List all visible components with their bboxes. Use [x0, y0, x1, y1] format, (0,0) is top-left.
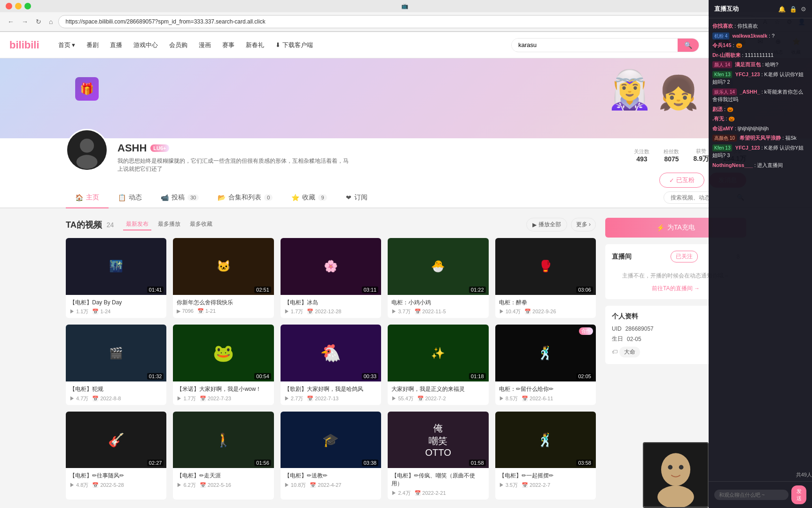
chat-username-3: Dr-山雨欲来	[712, 52, 741, 58]
video-card-12[interactable]: 🚶 01:56 【电柜】✏走天涯 ▶ 6.2万 📅 2022-5-16	[173, 412, 273, 500]
svg-point-4	[80, 139, 94, 153]
video-meta-12: ▶ 6.2万 📅 2022-5-16	[177, 482, 270, 489]
sort-latest[interactable]: 最新发布	[123, 219, 151, 230]
tab-favorites[interactable]: ⭐ 收藏 9	[282, 188, 336, 208]
live-room-link[interactable]: 前往TA的直播间 →	[652, 285, 700, 292]
video-thumb-12: 🚶 01:56	[173, 412, 273, 468]
gift-box-icon: 🎁	[75, 77, 99, 101]
live-link-text: 前往TA的直播间	[652, 285, 692, 292]
follow-label-text: 已互粉	[676, 176, 695, 184]
profile-bio: 我的思想始终是模糊朦胧的，它们汇成一些含混的但很有质感的形体，互相杂糅地活着着，…	[117, 157, 352, 173]
site-header: bilibili 首页 ▾ 番剧 直播 游戏中心 会员购 漫画 赛事 新春礼 ⬇…	[0, 32, 812, 58]
live-follow-button[interactable]: 已关注	[671, 251, 698, 262]
tab-collections[interactable]: 📂 合集和列表 0	[208, 188, 282, 208]
search-bar: 🔍	[511, 38, 699, 52]
follow-value: 493	[636, 155, 647, 163]
video-title-10: 电柜：✏留什么给你✏	[499, 385, 592, 393]
video-info-12: 【电柜】✏走天涯 ▶ 6.2万 📅 2022-5-16	[173, 468, 273, 492]
sort-favorites[interactable]: 最多收藏	[187, 219, 215, 230]
browser-forward-btn[interactable]: →	[20, 17, 30, 26]
date-15: 📅 2022-2-7	[522, 482, 550, 488]
video-duration-13: 03:38	[362, 460, 379, 466]
tab-subscribe[interactable]: ❤ 订阅	[336, 188, 377, 208]
nav-esports[interactable]: 赛事	[218, 38, 239, 52]
birthday-value: 02-05	[627, 336, 641, 342]
video-info-5: 电柜：醉拳 ▶ 10.4万 📅 2022-9-26	[495, 295, 596, 318]
nav-home[interactable]: 首页 ▾	[54, 38, 80, 52]
nav-game[interactable]: 游戏中心	[129, 38, 163, 52]
chat-text-2: : 🎃	[733, 42, 742, 48]
chat-text-4: : 哈哟?	[762, 62, 778, 67]
chat-msg-11: Kfen 13 YFCJ_123 : K老师 认识你Y姐姐吗? 3	[712, 144, 808, 159]
browser-back-btn[interactable]: ←	[6, 17, 16, 26]
search-button[interactable]: 🔍	[678, 39, 699, 52]
video-title-3: 【电柜】冰岛	[284, 299, 377, 307]
chat-send-button[interactable]: 发送	[791, 485, 806, 504]
video-card-1[interactable]: 🌃 01:41 【电柜】Day By Day ▶ 1.1万 📅 1-24	[66, 238, 166, 318]
chat-msg-4: 颜人 14 满足而豆包 : 哈哟?	[712, 61, 808, 69]
nav-manga[interactable]: 漫画	[194, 38, 216, 52]
tab-home[interactable]: 🏠 主页	[66, 188, 109, 208]
streamer-face	[644, 443, 708, 507]
sort-views[interactable]: 最多播放	[155, 219, 183, 230]
search-input[interactable]	[512, 39, 678, 51]
likes-label: 获赞	[696, 148, 706, 155]
stat-fans: 粉丝数 8075	[664, 148, 679, 163]
browser-home-btn[interactable]: ⌂	[47, 17, 55, 26]
live-lock-icon[interactable]: 🔒	[789, 6, 797, 13]
browser-close-btn[interactable]	[6, 3, 12, 9]
video-title-7: 【米诺】大家好啊，我是小wow！	[177, 385, 270, 393]
video-card-14[interactable]: 俺嘲笑OTTO 01:58 【电柜】✏传疯、嘲笑（原曲不使用） ▶ 2.4万 📅…	[388, 412, 488, 500]
nav-download[interactable]: ⬇ 下载客户端	[271, 38, 318, 52]
browser-url-input[interactable]	[58, 15, 757, 28]
follow-button[interactable]: ✓ 已互粉	[659, 173, 704, 188]
video-thumb-7: 🐸 00:54	[173, 325, 273, 381]
video-thumb-3: 🌸 03:11	[281, 238, 381, 295]
video-card-5[interactable]: 🥊 03:06 电柜：醉拳 ▶ 10.4万 📅 2022-9-26	[495, 238, 596, 318]
browser-refresh-btn[interactable]: ↻	[34, 17, 43, 26]
chat-badge-6: 娱乐人 14	[712, 88, 737, 95]
browser-min-btn[interactable]	[15, 3, 22, 9]
site-logo[interactable]: bilibili	[9, 39, 39, 51]
video-card-6[interactable]: 🎬 01:32 【电柜】犯规 ▶ 4.7万 📅 2022-8-8	[66, 325, 166, 405]
video-card-3[interactable]: 🌸 03:11 【电柜】冰岛 ▶ 1.7万 📅 2022-12-28	[281, 238, 381, 318]
video-card-13[interactable]: 🎓 03:38 【电柜】✏送教✏ ▶ 10.8万 📅 2022-4-27	[281, 412, 381, 500]
date-1: 📅 1-24	[92, 309, 110, 315]
video-title-13: 【电柜】✏送教✏	[284, 472, 377, 480]
nav-bangumi[interactable]: 番剧	[82, 38, 103, 52]
video-card-4[interactable]: 🐣 01:22 电柜：小鸡小鸡 ▶ 3.7万 📅 2022-11-5	[388, 238, 488, 318]
more-button[interactable]: 更多 ›	[571, 218, 596, 231]
live-settings-icon[interactable]: ⚙	[801, 6, 806, 13]
video-card-2[interactable]: 🐱 02:51 你新年怎么舍得我快乐 ▶ 7096 📅 1-21	[173, 238, 273, 318]
tab-dynamic[interactable]: 📋 动态	[109, 188, 151, 208]
video-card-15[interactable]: 🕺 03:58 【电柜】✏一起摇摆✏ ▶ 3.5万 📅 2022-2-7	[495, 412, 596, 500]
video-card-9[interactable]: ✨ 01:18 大家好啊，我是正义的来福灵 ▶ 55.4万 📅 2022-7-2	[388, 325, 488, 405]
chat-username-4: 满足而豆包	[735, 62, 761, 67]
video-thumb-1: 🌃 01:41	[66, 238, 166, 295]
video-thumb-8: 🐔 00:33	[281, 325, 381, 381]
chat-input[interactable]	[714, 490, 789, 500]
date-6: 📅 2022-8-8	[92, 396, 121, 402]
video-card-7[interactable]: 🐸 00:54 【米诺】大家好啊，我是小wow！ ▶ 1.7万 📅 2022-7…	[173, 325, 273, 405]
views-15: ▶ 3.5万	[499, 482, 518, 489]
video-title-11: 【电柜】✏往事随风✏	[70, 472, 163, 480]
play-all-button[interactable]: ▶ 播放全部	[526, 218, 567, 231]
video-info-7: 【米诺】大家好啊，我是小wow！ ▶ 1.7万 📅 2022-7-23	[173, 381, 273, 405]
video-card-8[interactable]: 🐔 00:33 【歌剧】大家好啊，我是哈鸽风 ▶ 2.7万 📅 2022-7-1…	[281, 325, 381, 405]
live-bell-icon[interactable]: 🔔	[778, 6, 786, 13]
video-duration-15: 03:58	[576, 460, 593, 466]
browser-max-btn[interactable]	[24, 3, 31, 9]
video-card-10[interactable]: 🕺 02:05 合作 电柜：✏留什么给你✏ ▶ 8.5万 📅 2022-6-11	[495, 325, 596, 405]
nav-spring[interactable]: 新春礼	[241, 38, 269, 52]
video-title-12: 【电柜】✏走天涯	[177, 472, 270, 480]
chat-text-10: : 福Sk	[782, 135, 796, 141]
date-5: 📅 2022-9-26	[524, 309, 556, 315]
tab-videos[interactable]: 📹 投稿 30	[151, 188, 208, 208]
video-title-4: 电柜：小鸡小鸡	[391, 299, 484, 307]
nav-live[interactable]: 直播	[105, 38, 127, 52]
video-thumb-15: 🕺 03:58	[495, 412, 596, 468]
nav-shop[interactable]: 会员购	[164, 38, 192, 52]
play-icon: ▶	[532, 222, 537, 228]
video-card-11[interactable]: 🎸 02:27 【电柜】✏往事随风✏ ▶ 4.8万 📅 2022-5-28	[66, 412, 166, 500]
views-2: ▶ 7096	[177, 308, 194, 314]
